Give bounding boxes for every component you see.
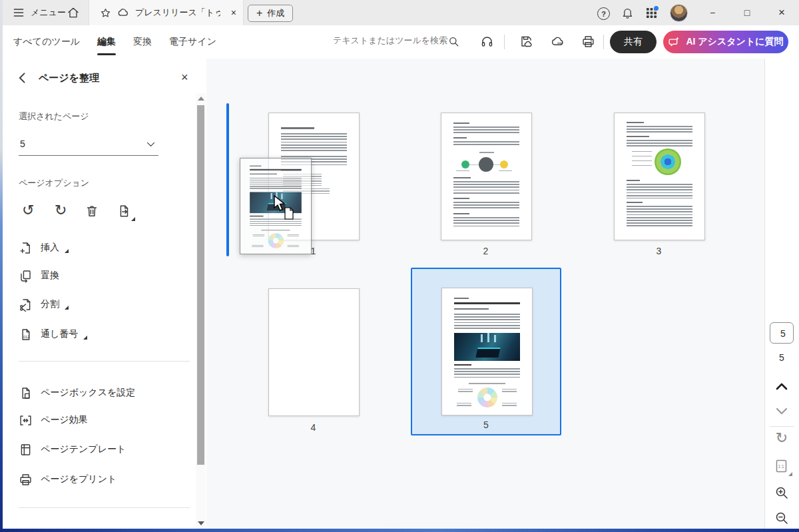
page-number-3: 3 <box>614 246 704 256</box>
zoom-in-button[interactable] <box>774 485 790 501</box>
text-line-placeholder <box>453 213 469 214</box>
page-number-2: 2 <box>441 246 531 256</box>
paragraph-placeholder <box>627 184 692 198</box>
next-page-button[interactable] <box>774 405 790 418</box>
rotate-left-button[interactable]: ↺ <box>22 203 34 218</box>
document-tab-title: プレスリリース「トゥ... <box>135 7 220 19</box>
text-line-placeholder <box>627 136 649 137</box>
previous-page-button[interactable] <box>774 380 790 393</box>
panel-item-insert[interactable]: 挿入 <box>19 240 69 256</box>
tab-edit[interactable]: 編集 <box>97 25 116 59</box>
panel-item-page-templates[interactable]: ページテンプレート <box>19 441 126 457</box>
selected-pages-dropdown[interactable] <box>145 138 156 150</box>
window-close-button[interactable]: × <box>767 0 796 25</box>
toolbar-nav: すべてのツール 編集 変換 電子サイン <box>13 25 216 59</box>
window-close-icon: × <box>778 6 785 19</box>
print-button[interactable] <box>581 35 595 49</box>
numbering-badge-text: 012 <box>23 334 29 338</box>
tab-all-tools[interactable]: すべてのツール <box>13 25 80 59</box>
create-tab-button[interactable]: + 作成 <box>248 5 293 22</box>
organize-pages-panel <box>0 59 207 532</box>
search-input[interactable] <box>332 35 449 46</box>
tab-esign[interactable]: 電子サイン <box>169 25 216 59</box>
submenu-indicator <box>65 249 69 253</box>
panel-item-label: 置換 <box>41 270 59 282</box>
scroll-down-arrow[interactable] <box>198 521 204 525</box>
paragraph-placeholder <box>627 206 692 228</box>
app-switcher-button[interactable] <box>646 7 657 19</box>
panel-item-label: ページ効果 <box>41 414 88 426</box>
window-minimize-button[interactable]: − <box>698 0 727 25</box>
title-line-placeholder <box>454 302 520 304</box>
selected-pages-label: 選択されたページ <box>19 111 89 123</box>
cloud-storage-button[interactable] <box>551 35 565 49</box>
share-label: 共有 <box>624 36 643 48</box>
panel-item-label: ページボックスを設定 <box>41 387 135 399</box>
document-tab[interactable]: プレスリリース「トゥ... × <box>89 0 244 25</box>
tab-close-icon[interactable]: × <box>231 8 236 17</box>
diagram-label-placeholder <box>479 152 494 153</box>
star-icon[interactable] <box>100 7 111 19</box>
panel-item-replace[interactable]: 置換 <box>19 268 59 284</box>
read-aloud-button[interactable] <box>480 35 494 49</box>
titlebar: メニュー プレスリリース「トゥ... × + 作成 ? − □ × <box>0 0 799 26</box>
diagram-node-green <box>461 160 469 168</box>
scrollbar-thumb[interactable] <box>197 105 204 465</box>
panel-item-set-page-boxes[interactable]: ページボックスを設定 <box>19 385 135 401</box>
tab-convert[interactable]: 変換 <box>133 25 152 59</box>
actual-size-icon: 1:1 <box>774 458 790 474</box>
panel-item-label: 挿入 <box>41 242 59 254</box>
diagram-label-placeholder <box>499 170 512 172</box>
dropdown-underline <box>19 155 158 156</box>
share-button[interactable]: 共有 <box>610 31 657 53</box>
paragraph-placeholder <box>453 181 519 194</box>
page-thumbnail-3[interactable] <box>614 113 705 240</box>
diagram-label-placeholder <box>458 389 473 393</box>
text-line-placeholder <box>453 137 467 138</box>
text-line-placeholder <box>453 177 471 178</box>
search-button[interactable] <box>447 35 460 48</box>
paragraph-placeholder <box>453 217 519 226</box>
panel-item-bates-numbering[interactable]: 012 通し番号 <box>19 326 87 342</box>
panel-item-page-effects[interactable]: ページ効果 <box>19 412 88 428</box>
callout-placeholder <box>632 165 652 167</box>
search-icon <box>447 35 460 48</box>
page-thumbnail-4[interactable] <box>268 288 360 416</box>
help-button[interactable]: ? <box>597 7 610 20</box>
extract-page-button[interactable] <box>117 204 131 218</box>
delete-page-button[interactable] <box>85 204 99 218</box>
panel-back-button[interactable] <box>16 71 29 85</box>
zoom-out-button[interactable] <box>774 510 790 526</box>
page-number-input[interactable] <box>770 323 796 344</box>
diagram-node-yellow <box>500 160 508 168</box>
rotate-right-button[interactable]: ↻ <box>55 203 67 218</box>
rotate-view-button[interactable]: ↻ <box>764 431 799 445</box>
window-maximize-button[interactable]: □ <box>732 0 762 25</box>
page-2-preview <box>441 113 531 240</box>
submenu-indicator <box>65 306 69 310</box>
paragraph-placeholder <box>453 127 519 134</box>
desktop-edge-left <box>0 0 3 532</box>
hamburger-menu-button[interactable]: メニュー <box>12 0 66 25</box>
notifications-button[interactable] <box>621 7 634 19</box>
text-line-placeholder <box>627 180 640 181</box>
panel-item-print-pages[interactable]: ページをプリント <box>19 471 117 487</box>
panel-divider <box>19 361 190 362</box>
actual-size-button[interactable]: 1:1 <box>774 458 790 474</box>
scroll-up-arrow[interactable] <box>198 97 204 101</box>
page-thumbnail-5[interactable] <box>441 288 533 415</box>
user-avatar[interactable] <box>670 4 688 22</box>
paragraph-placeholder <box>453 141 519 146</box>
search-bar[interactable] <box>332 34 449 46</box>
home-button[interactable] <box>67 0 80 25</box>
concentric-diagram <box>655 148 681 175</box>
save-button[interactable] <box>519 35 533 49</box>
panel-item-split[interactable]: 分割 <box>19 296 69 312</box>
panel-close-icon: × <box>181 71 188 84</box>
panel-close-button[interactable]: × <box>181 71 188 85</box>
panel-title: ページを整理 <box>39 72 99 85</box>
ai-assistant-button[interactable]: AI アシスタントに質問 <box>663 31 788 53</box>
page-thumbnail-2[interactable] <box>441 113 532 240</box>
chevron-down-icon <box>145 138 156 150</box>
page-number-input-box[interactable] <box>770 322 794 344</box>
